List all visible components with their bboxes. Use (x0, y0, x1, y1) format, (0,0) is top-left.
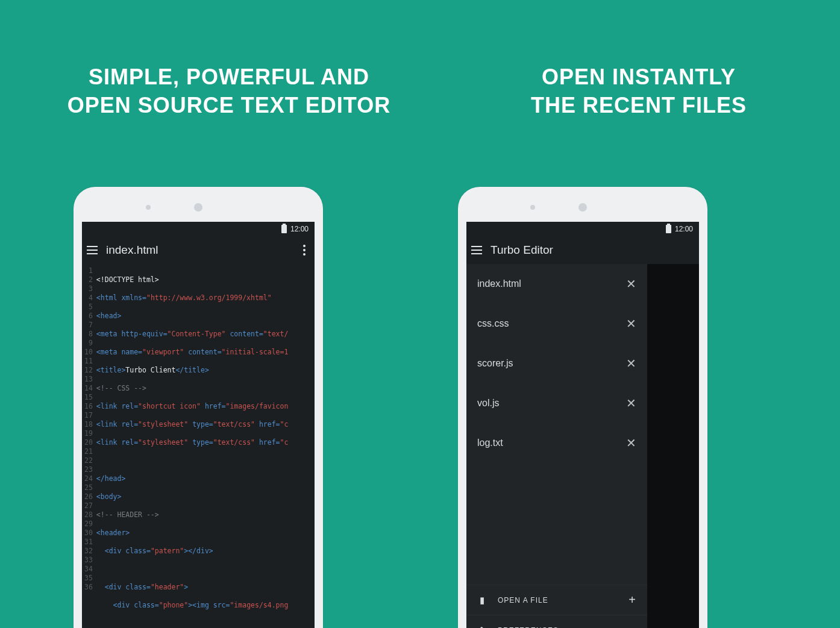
action-label: OPEN A FILE (498, 596, 548, 604)
app-bar: index.html (82, 236, 315, 264)
preferences-action[interactable]: ✿ PREFERENCES (466, 615, 647, 628)
close-icon[interactable]: ✕ (626, 318, 636, 330)
promo-headline-left: SIMPLE, POWERFUL AND OPEN SOURCE TEXT ED… (60, 63, 398, 120)
open-file-action[interactable]: ▮ OPEN A FILE + (466, 585, 647, 615)
recent-file-item[interactable]: index.html ✕ (466, 264, 647, 304)
promo-headline-right: OPEN INSTANTLY THE RECENT FILES (470, 63, 807, 120)
recent-file-item[interactable]: vol.js ✕ (466, 383, 647, 423)
battery-icon (281, 225, 287, 233)
app-title: Turbo Editor (491, 243, 694, 257)
hamburger-icon[interactable] (471, 246, 482, 254)
code-editor[interactable]: 1234567891011121314151617181920212223242… (82, 264, 315, 628)
status-time: 12:00 (290, 225, 309, 233)
recent-file-item[interactable]: scorer.js ✕ (466, 344, 647, 383)
app-bar: Turbo Editor (466, 236, 699, 264)
headline-line: THE RECENT FILES (470, 92, 807, 120)
scrim-overlay[interactable] (647, 264, 699, 628)
status-bar: 12:00 (466, 222, 699, 236)
app-title: index.html (106, 243, 290, 257)
recent-file-name: vol.js (477, 398, 499, 409)
recent-file-item[interactable]: css.css ✕ (466, 304, 647, 344)
action-label: PREFERENCES (498, 626, 559, 629)
device-frame-left: 12:00 index.html 12345678910111213141516… (74, 187, 323, 628)
status-bar: 12:00 (82, 222, 315, 236)
screen-right: 12:00 Turbo Editor index.html ✕ css.css … (466, 222, 699, 628)
close-icon[interactable]: ✕ (626, 397, 636, 409)
recent-file-item[interactable]: log.txt ✕ (466, 423, 647, 463)
recent-file-name: scorer.js (477, 358, 513, 369)
line-number-gutter: 1234567891011121314151617181920212223242… (82, 264, 96, 628)
recent-file-name: css.css (477, 318, 509, 329)
close-icon[interactable]: ✕ (626, 437, 636, 449)
plus-icon: + (628, 593, 636, 607)
battery-icon (666, 225, 671, 233)
close-icon[interactable]: ✕ (626, 278, 636, 290)
code-content[interactable]: <!DOCTYPE html> <html xmlns="http://www.… (96, 264, 301, 628)
headline-line: OPEN INSTANTLY (470, 63, 807, 92)
device-frame-right: 12:00 Turbo Editor index.html ✕ css.css … (458, 187, 707, 628)
recent-file-name: log.txt (477, 438, 503, 448)
recent-file-name: index.html (477, 278, 521, 289)
headline-line: SIMPLE, POWERFUL AND (60, 63, 398, 92)
recent-files-drawer: index.html ✕ css.css ✕ scorer.js ✕ vol.j… (466, 264, 647, 628)
file-icon: ▮ (477, 595, 487, 606)
close-icon[interactable]: ✕ (626, 357, 636, 369)
screen-left: 12:00 index.html 12345678910111213141516… (82, 222, 315, 628)
hamburger-icon[interactable] (87, 246, 98, 254)
headline-line: OPEN SOURCE TEXT EDITOR (60, 92, 398, 120)
gear-icon: ✿ (477, 625, 487, 629)
status-time: 12:00 (675, 225, 693, 233)
overflow-menu-icon[interactable] (299, 242, 310, 258)
